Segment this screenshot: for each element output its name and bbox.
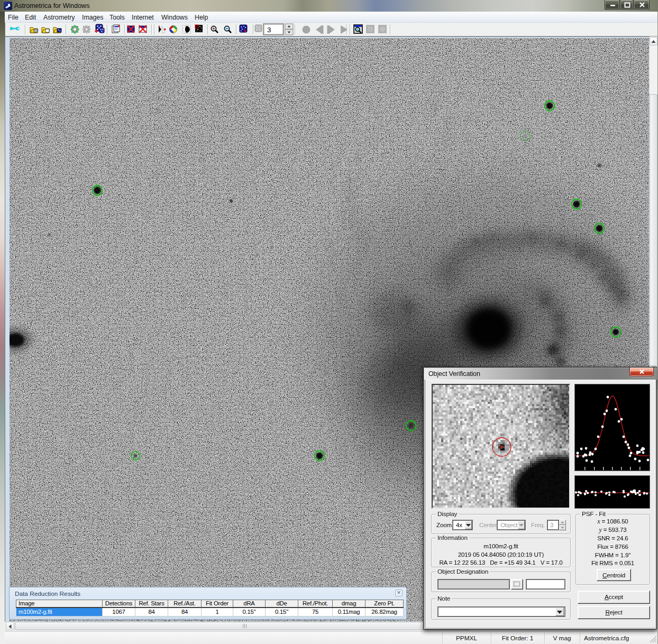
svg-text:3: 3	[267, 26, 271, 34]
